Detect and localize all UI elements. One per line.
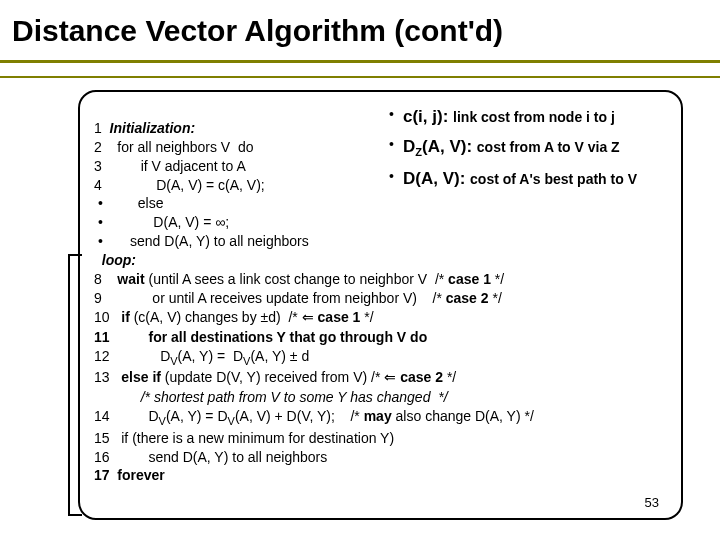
code-line: 2 for all neighbors V do <box>94 139 254 155</box>
note-2: • DZ(A, V): cost from A to V via Z <box>389 134 669 165</box>
code-line: 10 if (c(A, V) changes by ±d) /* ⇐ case … <box>94 309 374 325</box>
note-2-text: cost from A to V via Z <box>477 139 620 155</box>
bullet-icon: • <box>389 166 403 192</box>
bullet-icon: • <box>389 134 403 161</box>
notation-list: • c(i, j): link cost from node i to j • … <box>389 104 669 196</box>
code-line: loop: <box>94 252 136 268</box>
slide: Distance Vector Algorithm (cont'd) • c(i… <box>0 0 720 540</box>
note-1-symbol: c(i, j): <box>403 107 453 126</box>
code-line: 9 or until A receives update from neighb… <box>94 290 502 306</box>
code-line: /* shortest path from V to some Y has ch… <box>94 389 448 405</box>
bullet-icon: • <box>389 104 403 130</box>
note-1: • c(i, j): link cost from node i to j <box>389 104 669 134</box>
code-line: • else <box>94 195 163 211</box>
note-1-text: link cost from node i to j <box>453 109 615 125</box>
note-3-symbol: D(A, V): <box>403 169 470 188</box>
code-line: 11 for all destinations Y that go throug… <box>94 329 427 345</box>
note-3-text: cost of A's best path to V <box>470 171 637 187</box>
code-line: • D(A, V) = ∞; <box>94 214 229 230</box>
title-rule-2 <box>0 76 720 78</box>
code-line: 8 wait (until A sees a link cost change … <box>94 271 504 287</box>
code-line: 14 DV(A, Y) = DV(A, V) + D(V, Y); /* may… <box>94 408 534 424</box>
code-line: 13 else if (update D(V, Y) received from… <box>94 369 456 385</box>
slide-title: Distance Vector Algorithm (cont'd) <box>0 0 720 54</box>
code-line: 4 D(A, V) = c(A, V); <box>94 177 265 193</box>
code-line: 12 DV(A, Y) = DV(A, Y) ± d <box>94 348 309 364</box>
code-line: 1 Initialization: <box>94 120 195 136</box>
code-line: 17 forever <box>94 467 165 483</box>
code-line: 15 if (there is a new minimum for destin… <box>94 430 394 446</box>
page-number: 53 <box>645 495 659 510</box>
code-line: • send D(A, Y) to all neighbors <box>94 233 309 249</box>
title-rule-1 <box>0 60 720 63</box>
note-3: • D(A, V): cost of A's best path to V <box>389 166 669 196</box>
code-line: 3 if V adjacent to A <box>94 158 246 174</box>
note-2-symbol: DZ(A, V): <box>403 137 477 156</box>
content-box: • c(i, j): link cost from node i to j • … <box>78 90 683 520</box>
code-line: 16 send D(A, Y) to all neighbors <box>94 449 327 465</box>
